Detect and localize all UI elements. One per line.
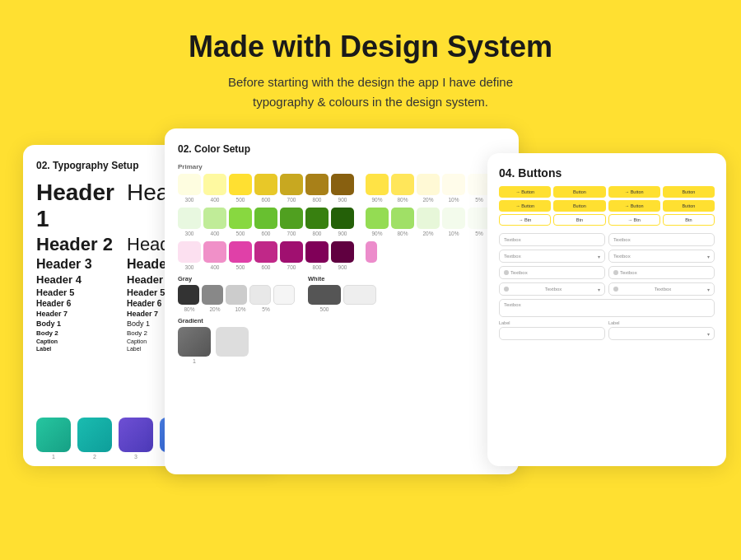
yellow-500 (229, 174, 252, 195)
typo-h3-left: Header 3 (36, 257, 127, 272)
pink-600 (254, 241, 277, 263)
btn-plain-4[interactable]: Button (663, 200, 715, 212)
icon-input-1[interactable]: Textbox (499, 266, 605, 279)
yellow-90 (366, 174, 389, 195)
user-icon-4 (613, 287, 618, 292)
white-labels: 500 (308, 306, 376, 312)
textbox-1[interactable]: Textbox (499, 233, 605, 246)
icon-select-2[interactable]: Textbox ▾ (608, 282, 715, 296)
btn-arrow-1[interactable]: → Button (499, 186, 551, 198)
gradient-label: Gradient (178, 317, 506, 324)
btn-plain-3[interactable]: Button (553, 200, 605, 212)
typo-body2-right: Body 2 (127, 329, 147, 337)
grad-swatch-2 (77, 418, 112, 452)
hero-subtitle: Before starting with the design the app … (0, 72, 741, 112)
grad-swatch-3 (119, 418, 153, 452)
btn-arrow-2[interactable]: → Button (608, 186, 660, 198)
green-700 (280, 208, 303, 229)
yellow-labels: 300 400 500 600 700 800 900 90% 80% 20% … (178, 197, 506, 203)
icon-input-2[interactable]: Textbox (608, 266, 715, 279)
select-2[interactable]: Textbox ▾ (608, 250, 715, 263)
btn-outline-1[interactable]: → Btn (499, 214, 551, 226)
btn-plain-1[interactable]: Button (553, 186, 605, 198)
typo-h6-right: Header 6 (127, 299, 161, 308)
btn-row-3: → Btn Btn → Btn Btn (499, 214, 715, 226)
green-300 (178, 208, 201, 229)
select-1[interactable]: Textbox ▾ (499, 250, 605, 263)
pink-500 (229, 241, 252, 263)
labeled-select-1[interactable]: ▾ (608, 327, 715, 340)
pink-400 (203, 241, 226, 263)
user-icon-2 (613, 270, 618, 275)
green-600 (254, 208, 277, 229)
green-color-row (178, 208, 506, 229)
yellow-400 (203, 174, 226, 195)
btn-outline-4[interactable]: Btn (663, 214, 715, 226)
typo-caption-left: Caption (36, 338, 127, 344)
yellow-300 (178, 174, 201, 195)
user-icon-3 (504, 287, 509, 292)
typo-h2-left: Header 2 (36, 234, 127, 255)
typo-body1-left: Body 1 (36, 320, 127, 328)
buttons-card: 04. Buttons → Button Button → Button But… (487, 153, 726, 466)
primary-label: Primary (178, 163, 506, 170)
green-20 (417, 208, 440, 229)
white-row (308, 285, 376, 305)
cards-area: 02. Typography Setup Header 1 Header 1 H… (0, 128, 741, 507)
typo-h5-right: Header 5 (127, 287, 165, 297)
pink-partial (366, 241, 377, 263)
gradient-row: 1 (178, 327, 506, 364)
white-section: White 500 (308, 275, 376, 312)
yellow-color-row (178, 174, 506, 195)
typo-h6-left: Header 6 (36, 299, 127, 308)
white-label: White (308, 275, 376, 282)
pink-300 (178, 241, 201, 263)
green-90 (366, 208, 389, 229)
input-row-4: Textbox ▾ Textbox ▾ (499, 282, 715, 296)
typo-label-right: Label (127, 346, 141, 352)
typo-h7-left: Header 7 (36, 310, 127, 318)
grad-swatch-1 (36, 418, 71, 452)
white-dark-bg (308, 285, 341, 305)
yellow-700 (280, 174, 303, 195)
gray-label: Gray (178, 275, 295, 282)
input-row-3: Textbox Textbox (499, 266, 715, 279)
buttons-card-label: 04. Buttons (499, 166, 715, 180)
gray-labels: 80% 20% 10% 5% (178, 306, 295, 312)
pink-900 (331, 241, 354, 263)
typo-h7-right: Header 7 (127, 310, 158, 318)
green-400 (203, 208, 226, 229)
gray-light (226, 285, 247, 305)
yellow-20 (417, 174, 440, 195)
textbox-2[interactable]: Textbox (608, 233, 715, 246)
grad-1 (178, 327, 211, 357)
yellow-600 (254, 174, 277, 195)
green-10 (442, 208, 465, 229)
color-card-label: 02. Color Setup (178, 143, 506, 155)
gradient-section: Gradient 1 (178, 317, 506, 364)
labeled-textbox-1[interactable] (499, 327, 605, 340)
typo-label-left: Label (36, 346, 127, 352)
color-card: 02. Color Setup Primary 300 400 500 600 … (165, 128, 519, 474)
grad-2-placeholder (216, 327, 249, 357)
hero-title: Made with Design System (0, 30, 741, 64)
gray-section: Gray 80% 20% 10% 5% (178, 275, 295, 312)
typo-h4-left: Header 4 (36, 273, 127, 286)
yellow-900 (331, 174, 354, 195)
typo-h1-left: Header 1 (36, 180, 127, 232)
green-900 (331, 208, 354, 229)
icon-select-1[interactable]: Textbox ▾ (499, 282, 605, 296)
green-800 (305, 208, 329, 229)
btn-row-1: → Button Button → Button Button (499, 186, 715, 198)
labeled-input-1: Label (499, 320, 605, 340)
btn-outline-2[interactable]: Btn (553, 214, 605, 226)
yellow-10 (442, 174, 465, 195)
btn-outline-3[interactable]: → Btn (608, 214, 660, 226)
green-labels: 300 400 500 600 700 800 900 90% 80% 20% … (178, 231, 506, 236)
btn-arrow-3[interactable]: → Button (499, 200, 551, 212)
textarea-1[interactable]: Textbox (499, 299, 715, 317)
btn-plain-2[interactable]: Button (663, 186, 715, 198)
hero-section: Made with Design System Before starting … (0, 0, 741, 128)
btn-arrow-4[interactable]: → Button (608, 200, 660, 212)
btn-row-2: → Button Button → Button Button (499, 200, 715, 212)
